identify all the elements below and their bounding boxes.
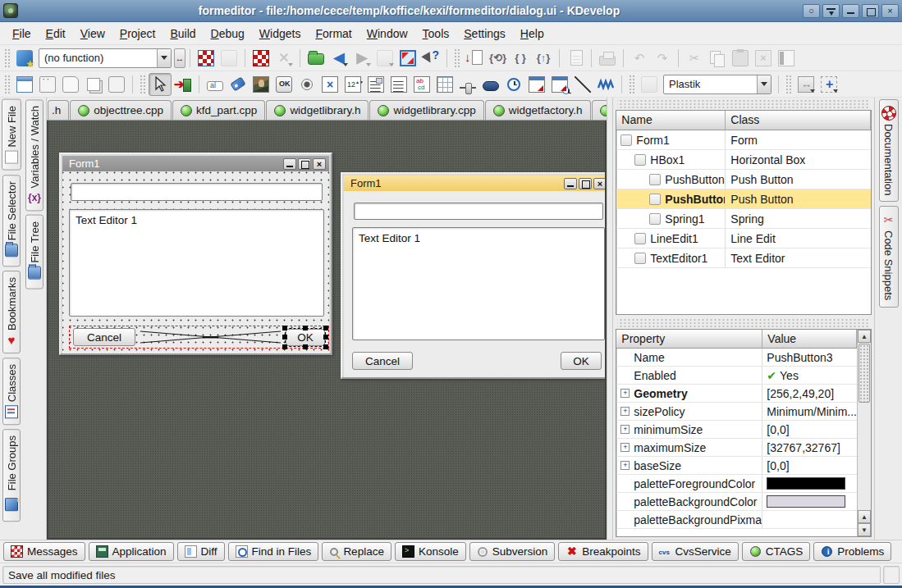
spinbox-widget-button[interactable] <box>341 73 364 96</box>
toggle-panel-button[interactable] <box>775 47 798 70</box>
property-row[interactable]: paletteBackgroundColor <box>616 493 857 511</box>
menu-help[interactable]: Help <box>513 24 552 43</box>
dock-tab-file-selector[interactable]: File Selector <box>2 175 21 267</box>
goto-line-button[interactable] <box>463 47 486 70</box>
column-header-name[interactable]: Name <box>616 111 726 130</box>
toolview-diff[interactable]: Diff <box>177 542 225 561</box>
property-row[interactable]: +minimumSize [0,0] <box>616 421 857 439</box>
minimize-button[interactable] <box>842 4 859 18</box>
tree-row[interactable]: PushButton Push Button <box>616 170 871 189</box>
tree-row[interactable]: TextEditor1 Text Editor <box>616 248 871 268</box>
slider-widget-button[interactable] <box>456 73 479 96</box>
tree-row-selected[interactable]: PushButton3 Push Button <box>616 189 871 209</box>
form-close-button[interactable]: × <box>593 178 607 189</box>
expand-icon[interactable]: + <box>620 425 630 434</box>
scroll-thumb[interactable] <box>859 344 870 403</box>
dock-tab-variables-watch[interactable]: {x}Variables / Watch <box>25 99 43 211</box>
whats-this-button[interactable] <box>419 47 442 70</box>
color-swatch-background[interactable] <box>767 495 845 508</box>
cut-button[interactable]: ✂ <box>683 47 706 70</box>
menu-project[interactable]: Project <box>112 24 163 43</box>
toolbar-drag-handle[interactable] <box>4 48 11 68</box>
dock-tab-documentation[interactable]: Documentation <box>879 99 899 202</box>
property-row-clipped[interactable]: paletteBackgroundPixmap <box>616 511 857 529</box>
menu-build[interactable]: Build <box>163 24 203 43</box>
frame-widget-button[interactable] <box>36 73 59 96</box>
property-scrollbar[interactable]: ▲ ▲ ▼ <box>857 330 871 536</box>
chevron-down-icon[interactable] <box>157 49 171 67</box>
checkbox-widget-button[interactable]: × <box>318 73 341 96</box>
toolview-problems[interactable]: Problems <box>813 542 891 561</box>
resize-handle[interactable] <box>323 344 328 349</box>
editor-tab[interactable]: widgetlibrary.cpp <box>369 100 483 120</box>
pushbutton-widget-button[interactable] <box>272 73 295 96</box>
property-value[interactable]: Yes <box>780 369 799 382</box>
toolview-cvsservice[interactable]: CvsService <box>652 542 739 561</box>
panel-splitter[interactable] <box>607 98 613 540</box>
close-button[interactable]: × <box>881 4 899 18</box>
block-start-button[interactable]: {⟲} <box>486 47 509 70</box>
menu-tools[interactable]: Tools <box>415 24 457 43</box>
form-minimize-button[interactable] <box>564 178 577 189</box>
resize-handle[interactable] <box>303 344 308 349</box>
form-close-button[interactable]: × <box>313 158 326 170</box>
cancel-button[interactable]: Cancel <box>73 328 135 346</box>
toolbar-drag-handle[interactable] <box>140 75 146 94</box>
spring-widget[interactable] <box>139 329 282 345</box>
toolbar-drag-handle[interactable] <box>4 75 11 94</box>
property-value[interactable]: [0,0] <box>762 423 857 436</box>
resize-handle[interactable] <box>282 326 287 330</box>
hbox-layout-selection[interactable]: Cancel OK <box>69 326 329 349</box>
expand-icon[interactable]: + <box>620 389 630 398</box>
menu-file[interactable]: File <box>5 24 39 43</box>
widgetstack-button[interactable] <box>82 73 105 96</box>
menu-settings[interactable]: Settings <box>456 24 513 43</box>
expand-icon[interactable]: + <box>620 461 630 470</box>
column-header-class[interactable]: Class <box>726 111 871 130</box>
scroll-down-button[interactable]: ▼ <box>858 523 871 536</box>
toolview-breakpoints[interactable]: ✖Breakpoints <box>558 542 648 561</box>
undo-button[interactable]: ↶ <box>628 47 651 70</box>
richtext-widget-button[interactable] <box>410 73 433 96</box>
toolview-application[interactable]: Application <box>89 542 174 561</box>
custom-widget-button[interactable] <box>105 73 128 96</box>
property-value[interactable]: PushButton3 <box>762 351 857 364</box>
forward-button[interactable]: ▶ <box>350 47 373 70</box>
resize-handle[interactable] <box>282 344 287 349</box>
menu-format[interactable]: Format <box>308 24 359 43</box>
copy-button[interactable] <box>706 47 729 70</box>
menu-edit[interactable]: Edit <box>39 24 73 43</box>
property-value[interactable]: [0,0] <box>762 459 857 472</box>
new-form-button[interactable] <box>13 73 36 96</box>
toolbar-drag-handle[interactable] <box>629 75 635 94</box>
kdevelop-icon-button[interactable] <box>13 47 36 70</box>
property-row[interactable]: Name PushButton3 <box>616 349 857 367</box>
lineedit-widget-button[interactable] <box>204 73 227 96</box>
line-edit-widget[interactable] <box>354 203 603 220</box>
shade-button[interactable] <box>822 4 840 18</box>
dock-tab-bookmarks[interactable]: ♥Bookmarks <box>2 271 21 353</box>
tree-row[interactable]: HBox1 Horizontal Box <box>616 150 871 170</box>
toolbar-drag-handle[interactable] <box>785 75 792 94</box>
editor-tab[interactable]: widgetlibrary.h <box>266 100 369 120</box>
resize-handle[interactable] <box>303 326 308 330</box>
toolview-ctags[interactable]: CTAGS <box>742 542 811 561</box>
dock-tab-code-snippets[interactable]: ✂Code Snippets <box>879 206 899 307</box>
resize-handle[interactable] <box>323 326 328 330</box>
text-editor-widget[interactable]: Text Editor 1 <box>69 209 324 317</box>
menu-window[interactable]: Window <box>359 24 415 43</box>
fullscreen-button[interactable] <box>396 47 419 70</box>
tree-row[interactable]: Form1 Form <box>616 130 871 150</box>
menu-widgets[interactable]: Widgets <box>252 24 309 43</box>
switch-declaration-button[interactable]: {↑} <box>532 47 555 70</box>
paste-button[interactable] <box>729 47 752 70</box>
property-row[interactable]: +maximumSize [32767,32767] <box>616 439 857 457</box>
menu-view[interactable]: View <box>73 24 112 43</box>
build-project-button[interactable] <box>250 47 272 70</box>
property-row[interactable]: +sizePolicy Minimum/Minim... <box>616 403 857 421</box>
line-edit-widget[interactable] <box>71 183 323 201</box>
toolview-replace[interactable]: Replace <box>322 542 391 561</box>
tree-row[interactable]: Spring1 Spring <box>616 209 871 229</box>
timeedit-widget-button[interactable] <box>502 73 525 96</box>
toolbar-drag-handle[interactable] <box>454 48 460 68</box>
